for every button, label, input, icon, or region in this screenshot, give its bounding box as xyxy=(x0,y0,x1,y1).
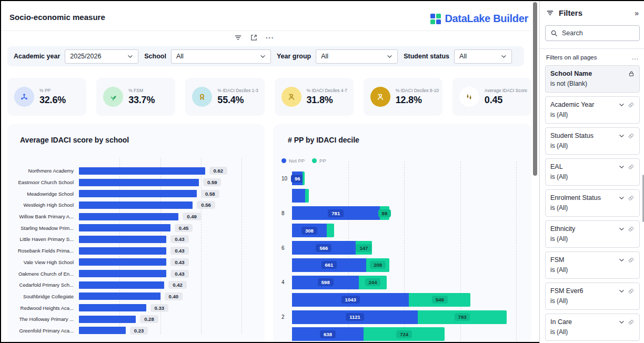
eraser-icon[interactable] xyxy=(628,102,635,108)
bar-10[interactable] xyxy=(79,270,166,277)
eraser-icon[interactable] xyxy=(628,226,635,233)
chevron-down-icon[interactable] xyxy=(619,196,625,200)
segment-not-pp[interactable]: 308 xyxy=(292,224,327,237)
legend-dot xyxy=(281,158,286,163)
segment-not-pp[interactable]: 598 xyxy=(292,276,359,289)
chevron-down-icon[interactable] xyxy=(619,289,625,293)
collapse-pane-icon[interactable]: » xyxy=(635,9,639,17)
bar-1[interactable] xyxy=(79,167,205,175)
bar-row: Eastmoor Church School0.59 xyxy=(13,177,258,188)
chevron-down-icon[interactable] xyxy=(619,103,625,107)
kpi-texts: % FSM33.7% xyxy=(128,88,155,106)
category-label: Eastmoor Church School xyxy=(13,179,79,185)
segment-not-pp[interactable]: 96 xyxy=(292,172,303,185)
bar-5[interactable] xyxy=(79,213,178,220)
bar-area: 0.59 xyxy=(79,177,258,188)
segment-not-pp[interactable] xyxy=(292,189,305,203)
kpi-label: % PP xyxy=(39,88,66,93)
slicer-dropdown[interactable]: 2025/2026 xyxy=(65,49,138,64)
segment-not-pp[interactable]: 781 xyxy=(292,206,380,220)
filter-icon xyxy=(546,9,554,17)
segment-pp[interactable] xyxy=(303,172,305,185)
slicer-label: School xyxy=(144,53,166,60)
filter-condition: is (All) xyxy=(550,173,635,180)
filter-card-enrolment-status[interactable]: Enrolment Statusis (All) xyxy=(545,189,640,217)
eraser-icon[interactable] xyxy=(628,319,635,326)
bar-9[interactable] xyxy=(79,258,166,266)
segment-pp[interactable]: 549 xyxy=(409,293,470,307)
eraser-icon[interactable] xyxy=(628,257,635,264)
bar-area: 0.28 xyxy=(79,314,258,325)
filter-card-in-care[interactable]: In Careis (All) xyxy=(545,314,640,341)
filters-section-header: Filters on all pages ... xyxy=(545,54,640,60)
eraser-icon[interactable] xyxy=(628,164,635,170)
filter-card-eal[interactable]: EALis (All) xyxy=(545,158,640,186)
bar-row: Redwood Heights Aca...0.33 xyxy=(13,302,258,314)
visual-toolbar: ··· xyxy=(234,34,274,42)
segment-pp[interactable] xyxy=(327,224,334,237)
filters-search-box[interactable] xyxy=(545,25,640,41)
more-options-icon[interactable]: ··· xyxy=(266,35,274,41)
filter-card-fsm-ever6[interactable]: FSM Ever6is (All) xyxy=(545,283,640,310)
segment-pp[interactable]: 244 xyxy=(359,276,386,289)
search-input[interactable] xyxy=(562,29,630,37)
bar-3[interactable] xyxy=(79,190,197,197)
segment-not-pp[interactable]: 1121 xyxy=(292,310,418,324)
slicer-dropdown[interactable]: All xyxy=(316,49,398,64)
segment-not-pp[interactable]: 661 xyxy=(292,258,366,272)
axis-label: 2 xyxy=(280,314,292,320)
bar-15[interactable] xyxy=(79,327,126,334)
eraser-icon[interactable] xyxy=(628,195,635,201)
filter-card-fsm[interactable]: FSMis (All) xyxy=(545,251,640,279)
segment-pp[interactable]: 793 xyxy=(418,310,507,324)
filter-field-name: Student Status xyxy=(550,132,616,139)
chevron-down-icon[interactable] xyxy=(619,165,625,169)
segment-pp[interactable]: 724 xyxy=(364,327,445,341)
chart-average-idaci-by-school: Average IDACI score by school Northmere … xyxy=(7,124,265,342)
stacked-bar-row: 878188 xyxy=(280,205,525,222)
value-label: 0.56 xyxy=(197,201,215,209)
page-scrollbar-thumb[interactable] xyxy=(533,2,537,176)
chevron-down-icon[interactable] xyxy=(619,134,625,138)
filter-card-academic-year[interactable]: Academic Yearis (All) xyxy=(545,96,640,124)
bar-row: Meadowridge School0.58 xyxy=(13,188,258,199)
bar-12[interactable] xyxy=(79,292,160,300)
bar-2[interactable] xyxy=(79,179,199,186)
filter-card-ethnicity[interactable]: Ethnicityis (All) xyxy=(545,220,640,248)
segment-not-pp[interactable]: 566 xyxy=(292,241,356,255)
segment-not-pp[interactable]: 1043 xyxy=(292,293,409,307)
filter-icon[interactable] xyxy=(234,34,242,42)
segment-pp[interactable] xyxy=(305,189,308,203)
eraser-icon[interactable] xyxy=(628,288,635,295)
category-label: Starling Meadow Prim... xyxy=(13,225,79,231)
segment-value-label: 661 xyxy=(321,261,337,269)
bar-13[interactable] xyxy=(79,304,146,311)
filter-card-school-name[interactable]: School Nameis not (Blank) xyxy=(545,65,640,93)
segment-pp[interactable]: 147 xyxy=(356,241,372,255)
eraser-icon[interactable] xyxy=(628,133,635,139)
bar-8[interactable] xyxy=(79,247,166,255)
bar-7[interactable] xyxy=(79,236,166,243)
filter-card-student-status[interactable]: Student Statusis (All) xyxy=(545,127,640,155)
value-label: 0.40 xyxy=(165,292,183,300)
axis-label: 10 xyxy=(280,176,292,181)
chevron-down-icon[interactable] xyxy=(619,227,625,231)
slicer-dropdown[interactable]: All xyxy=(454,49,512,64)
bar-14[interactable] xyxy=(79,316,136,323)
bar-4[interactable] xyxy=(79,201,193,209)
kpi-texts: % IDACI Deciles 4-731.8% xyxy=(307,88,347,106)
segment-not-pp[interactable]: 638 xyxy=(292,327,364,341)
popout-icon[interactable] xyxy=(250,34,258,42)
bar-6[interactable] xyxy=(79,224,170,231)
segment-pp[interactable]: 208 xyxy=(366,258,389,272)
section-more-icon[interactable]: ... xyxy=(632,56,639,59)
segment-pp[interactable]: 88 xyxy=(380,206,390,220)
chevron-down-icon[interactable] xyxy=(619,258,625,262)
bar-11[interactable] xyxy=(79,281,164,289)
slicer-dropdown[interactable]: All xyxy=(171,49,271,64)
bar-area: 0.45 xyxy=(79,222,258,234)
segment-value-label: 549 xyxy=(432,296,448,304)
axis-label: 6 xyxy=(280,245,292,251)
chevron-down-icon[interactable] xyxy=(619,320,625,324)
segment-value-label: 1043 xyxy=(341,296,360,304)
